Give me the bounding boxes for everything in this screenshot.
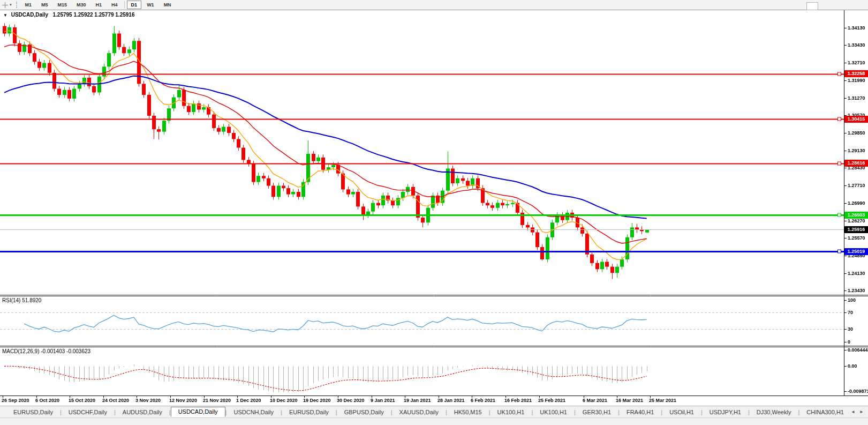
crosshair-cursor-icon [2,2,8,8]
rsi-axis-label: 0 [848,339,850,345]
tab-xauusd-daily[interactable]: XAUUSD,Daily [393,407,446,417]
date-label: 16 Feb 2021 [504,398,532,403]
toolbar-overflow-button[interactable] [806,2,818,10]
chart-tab-bar: EURUSD,Daily|USDCHF,Daily|AUDUSD,Daily|U… [0,406,868,417]
toolbar-separator [124,1,125,9]
price-level-tag[interactable]: 1.32258 [844,70,868,77]
date-label: 30 Dec 2020 [337,398,365,403]
price-axis-label: 1.31270 [848,95,865,101]
timeframe-button-M5[interactable]: M5 [37,1,52,9]
date-label: 19 Jan 2021 [404,398,431,403]
price-axis-label: 1.25570 [848,235,865,241]
date-label: 12 Nov 2020 [169,398,197,403]
price-level-tag[interactable]: 1.28616 [844,160,868,167]
tab-usoil-h1[interactable]: USOil,H1 [662,407,701,417]
chart-ohlc-values: 1.25795 1.25922 1.25779 1.25916 [53,12,135,18]
tab-hk50-m15[interactable]: HK50,M15 [447,407,489,417]
timeframe-button-W1[interactable]: W1 [142,1,158,9]
date-label: 26 Sep 2020 [2,398,29,403]
price-axis-label: 1.26270 [848,218,865,223]
date-label: 1 Dec 2020 [236,398,261,403]
tab-audusd-daily[interactable]: AUDUSD,Daily [116,407,169,417]
tab-usdcad-daily[interactable]: USDCAD,Daily [171,407,225,417]
price-level-tag[interactable]: 1.25019 [844,248,868,255]
date-label: 25 Feb 2021 [538,398,565,403]
chart-symbol-label: USDCAD,Daily [11,12,48,18]
date-label: 10 Dec 2020 [270,398,298,403]
date-label: 6 Feb 2021 [471,398,495,403]
rsi-axis-label: 100 [848,297,856,303]
price-axis-label: 1.23430 [848,288,865,293]
date-label: 3 Nov 2020 [135,398,161,403]
toolbar-grip-handle[interactable] [16,2,17,8]
tab-usdcnh-daily[interactable]: USDCNH,Daily [227,407,281,417]
timeframe-toolbar: ▾ M1M5M15M30H1H4D1W1MN [0,0,868,10]
chevron-down-icon[interactable]: ▾ [10,3,12,7]
tab-gbpusd-daily[interactable]: GBPUSD,Daily [337,407,391,417]
timeframe-button-M15[interactable]: M15 [54,1,72,9]
tab-usdjpy-h1[interactable]: USDJPY,H1 [703,407,748,417]
macd-axis-label: 0.006444 [848,347,868,353]
rsi-indicator-label: RSI(14) 51.8920 [2,297,41,303]
macd-axis-label: 0.00 [848,363,857,369]
price-level-tag[interactable]: 1.30415 [844,116,868,123]
tab-uk100-h1[interactable]: UK100,H1 [533,407,574,417]
price-axis-label: 1.27710 [848,183,865,188]
macd-indicator-label: MACD(12,26,9) -0.001403 -0.003623 [2,348,90,354]
tab-scroll-left-icon[interactable]: ◄ [851,409,855,414]
tab-fra40-h1[interactable]: FRA40,H1 [620,407,661,417]
tab-dj30-weekly[interactable]: DJ30,Weekly [750,407,798,417]
date-label: 16 Mar 2021 [616,398,643,403]
tab-eurusd-daily[interactable]: EURUSD,Daily [282,407,336,417]
date-label: 19 Dec 2020 [303,398,331,403]
status-bar [0,417,868,425]
current-price-tag: 1.25916 [844,226,868,233]
tab-usdchf-daily[interactable]: USDCHF,Daily [62,407,114,417]
date-label: 24 Oct 2020 [102,398,129,403]
timeframe-button-H4[interactable]: H4 [107,1,122,9]
price-axis-label: 1.29130 [848,148,865,153]
chart-title: ▼ USDCAD,Daily 1.25795 1.25922 1.25779 1… [3,12,134,18]
date-label: 6 Oct 2020 [35,398,59,403]
timeframe-button-H1[interactable]: H1 [92,1,107,9]
date-label: 6 Mar 2021 [583,398,607,403]
price-axis-label: 1.26990 [848,200,865,206]
timeframe-button-M1[interactable]: M1 [21,1,36,9]
price-axis-label: 1.33430 [848,42,865,48]
macd-axis-label: -0.009871 [848,389,868,394]
chart-tabs: EURUSD,Daily|USDCHF,Daily|AUDUSD,Daily|U… [6,407,851,417]
price-axis-label: 1.24130 [848,271,865,276]
price-level-tag[interactable]: 1.26503 [844,212,868,219]
timeframe-buttons: M1M5M15M30H1H4D1W1MN [20,1,176,9]
date-label: 25 Mar 2021 [649,398,676,403]
rsi-axis-label: 30 [848,326,853,332]
tab-china300-h1[interactable]: CHINA300,H1 [799,407,851,417]
timeframe-button-M30[interactable]: M30 [72,1,90,9]
date-label: 21 Nov 2020 [203,398,231,403]
tab-scroll-controls: ◄ ► [851,409,868,414]
tab-ger30-h1[interactable]: GER30,H1 [576,407,618,417]
tab-scroll-right-icon[interactable]: ► [859,409,864,414]
date-label: 9 Jan 2021 [371,398,395,403]
cursor-tool-button[interactable]: ▾ [2,2,12,8]
tab-uk100-h1[interactable]: UK100,H1 [490,407,532,417]
symbol-dropdown-icon[interactable]: ▼ [3,13,7,18]
timeframe-button-D1[interactable]: D1 [127,1,142,9]
timeframe-button-MN[interactable]: MN [160,1,176,9]
price-axis-label: 1.34130 [848,25,865,31]
price-axis-label: 1.32710 [848,60,865,65]
price-axis-label: 1.29850 [848,130,865,136]
rsi-axis-label: 70 [848,310,853,315]
date-label: 28 Jan 2021 [437,398,465,403]
price-chart-canvas[interactable] [0,0,868,425]
mt4-window: { "icons": { "symbol_marker": "▼", "tool… [0,0,868,425]
tab-eurusd-daily[interactable]: EURUSD,Daily [6,407,60,417]
date-label: 15 Oct 2020 [69,398,95,403]
price-axis-label: 1.31990 [848,78,865,83]
